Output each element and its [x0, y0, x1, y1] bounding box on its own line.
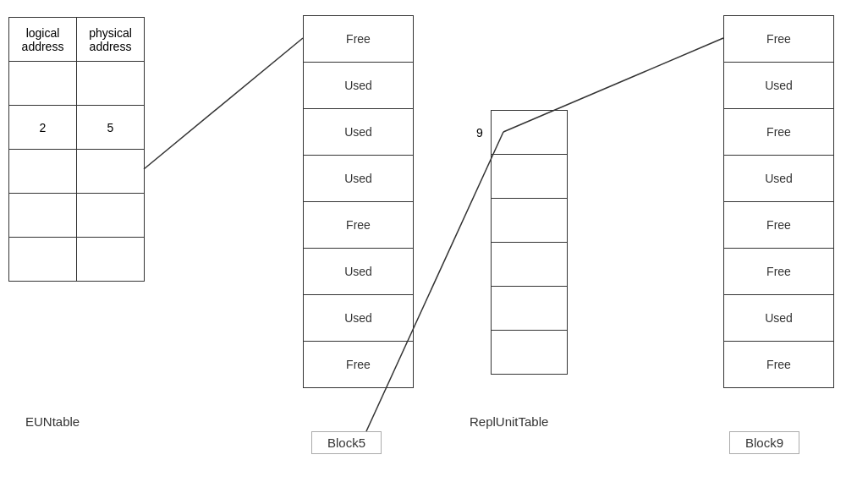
repl-cell-4	[492, 287, 568, 331]
repl-table-wrapper: 9	[491, 110, 568, 375]
repl-note-9: 9	[476, 126, 483, 140]
block9-cell-0: Free	[724, 16, 834, 63]
block5-cell-0: Free	[304, 16, 414, 63]
block9-table: Free Used Free Used Free Free Used Free	[723, 15, 834, 388]
block5-table: Free Used Used Used Free Used Used Free	[303, 15, 414, 388]
repl-label: ReplUnitTable	[470, 414, 548, 429]
eun-table: logical address physical address 2 5	[8, 17, 145, 282]
eun-cell-r2c1: 2	[9, 106, 77, 150]
repl-cell-1	[492, 155, 568, 199]
block9-cell-3: Used	[724, 156, 834, 202]
block9-cell-6: Used	[724, 295, 834, 342]
block9-cell-4: Free	[724, 202, 834, 249]
block5-cell-3: Used	[304, 156, 414, 202]
eun-cell-r5c2	[77, 238, 145, 282]
eun-cell-r3c2	[77, 150, 145, 194]
repl-cell-3	[492, 243, 568, 287]
block5-cell-7: Free	[304, 342, 414, 388]
block9-wrapper: Free Used Free Used Free Free Used Free	[723, 15, 834, 388]
block9-label: Block9	[729, 431, 799, 454]
diagram-container: logical address physical address 2 5	[0, 0, 846, 504]
eun-header-physical: physical address	[77, 18, 145, 62]
block9-cell-1: Used	[724, 63, 834, 109]
repl-cell-0: 9	[492, 111, 568, 155]
eun-cell-r1c2	[77, 62, 145, 106]
block5-cell-6: Used	[304, 295, 414, 342]
block5-cell-4: Free	[304, 202, 414, 249]
block9-cell-2: Free	[724, 109, 834, 156]
eun-cell-r2c2: 5	[77, 106, 145, 150]
repl-cell-2	[492, 199, 568, 243]
repl-table: 9	[491, 110, 568, 375]
eun-cell-r4c2	[77, 194, 145, 238]
block5-cell-5: Used	[304, 249, 414, 295]
block5-cell-1: Used	[304, 63, 414, 109]
eun-label: EUNtable	[25, 414, 80, 429]
block9-cell-7: Free	[724, 342, 834, 388]
eun-table-wrapper: logical address physical address 2 5	[8, 17, 145, 282]
eun-cell-r3c1	[9, 150, 77, 194]
eun-header-logical: logical address	[9, 18, 77, 62]
eun-cell-r4c1	[9, 194, 77, 238]
block5-label: Block5	[311, 431, 382, 454]
block9-cell-5: Free	[724, 249, 834, 295]
eun-cell-r5c1	[9, 238, 77, 282]
line-eun-to-block5	[144, 38, 303, 169]
eun-cell-r1c1	[9, 62, 77, 106]
repl-cell-5	[492, 331, 568, 375]
block5-cell-2: Used	[304, 109, 414, 156]
block5-wrapper: Free Used Used Used Free Used Used Free	[303, 15, 414, 388]
